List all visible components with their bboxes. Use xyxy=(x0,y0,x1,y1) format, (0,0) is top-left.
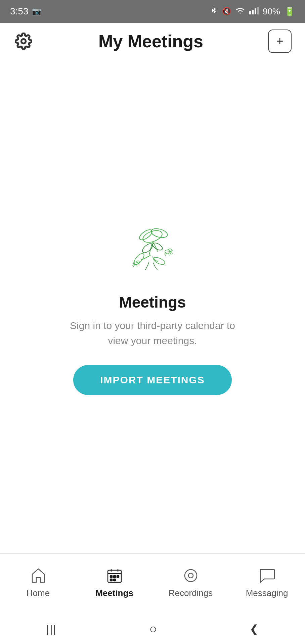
page-title: My Meetings xyxy=(98,31,203,51)
menu-button[interactable]: ||| xyxy=(46,623,57,635)
svg-rect-33 xyxy=(110,579,112,581)
settings-button[interactable] xyxy=(13,31,34,51)
messaging-icon xyxy=(257,566,277,585)
signal-icon xyxy=(249,6,259,17)
plus-icon: + xyxy=(276,35,283,47)
main-content: Meetings Sign in to your third-party cal… xyxy=(0,60,305,553)
nav-item-messaging[interactable]: Messaging xyxy=(229,566,305,598)
nav-label-home: Home xyxy=(27,588,50,598)
svg-line-14 xyxy=(164,253,166,254)
empty-title: Meetings xyxy=(119,293,186,311)
empty-subtitle: Sign in to your third-party calendar to … xyxy=(69,318,236,348)
svg-point-35 xyxy=(185,570,197,582)
svg-line-24 xyxy=(137,265,137,267)
header: My Meetings + xyxy=(0,23,305,60)
svg-rect-1 xyxy=(252,10,254,14)
nav-label-meetings: Meetings xyxy=(95,588,133,598)
nav-label-recordings: Recordings xyxy=(169,588,213,598)
status-time: 3:53 📷 xyxy=(10,6,41,17)
svg-point-36 xyxy=(188,573,193,578)
bluetooth-icon xyxy=(210,6,218,17)
svg-point-9 xyxy=(151,241,164,252)
svg-rect-3 xyxy=(257,7,259,14)
nav-item-home[interactable]: Home xyxy=(0,566,76,598)
svg-line-15 xyxy=(165,253,167,256)
meetings-icon xyxy=(105,566,124,585)
time-text: 3:53 xyxy=(10,6,29,17)
svg-point-6 xyxy=(150,227,169,239)
mute-icon: 🔇 xyxy=(222,7,231,16)
system-nav-bar: ||| ○ ❮ xyxy=(0,614,305,644)
home-icon xyxy=(29,566,48,585)
add-meeting-button[interactable]: + xyxy=(268,30,292,53)
status-right: 🔇 90% 🔋 xyxy=(210,6,295,17)
svg-rect-30 xyxy=(110,576,112,578)
status-bar: 3:53 📷 🔇 90% 🔋 xyxy=(0,0,305,23)
wifi-icon xyxy=(235,6,245,17)
nav-item-meetings[interactable]: Meetings xyxy=(76,566,152,598)
svg-rect-32 xyxy=(117,576,119,578)
svg-line-17 xyxy=(170,253,171,255)
recordings-icon xyxy=(181,566,201,585)
battery-text: 90% xyxy=(263,6,280,17)
nav-label-messaging: Messaging xyxy=(246,588,288,598)
nav-item-recordings[interactable]: Recordings xyxy=(152,566,229,598)
svg-rect-31 xyxy=(114,576,116,578)
svg-point-11 xyxy=(152,256,166,266)
svg-rect-2 xyxy=(255,8,256,14)
empty-illustration xyxy=(116,218,189,280)
svg-line-18 xyxy=(171,252,173,254)
svg-line-16 xyxy=(169,253,169,256)
svg-rect-34 xyxy=(114,579,116,581)
battery-icon: 🔋 xyxy=(284,6,295,17)
settings-icon xyxy=(15,33,32,50)
import-meetings-button[interactable]: IMPORT MEETINGS xyxy=(73,365,232,395)
svg-point-4 xyxy=(21,39,26,44)
back-button[interactable]: ❮ xyxy=(250,623,259,635)
home-button[interactable]: ○ xyxy=(149,622,157,636)
svg-rect-0 xyxy=(249,11,251,14)
bottom-nav: Home Meetings Recordings xyxy=(0,553,305,614)
camera-status-icon: 📷 xyxy=(32,7,41,16)
